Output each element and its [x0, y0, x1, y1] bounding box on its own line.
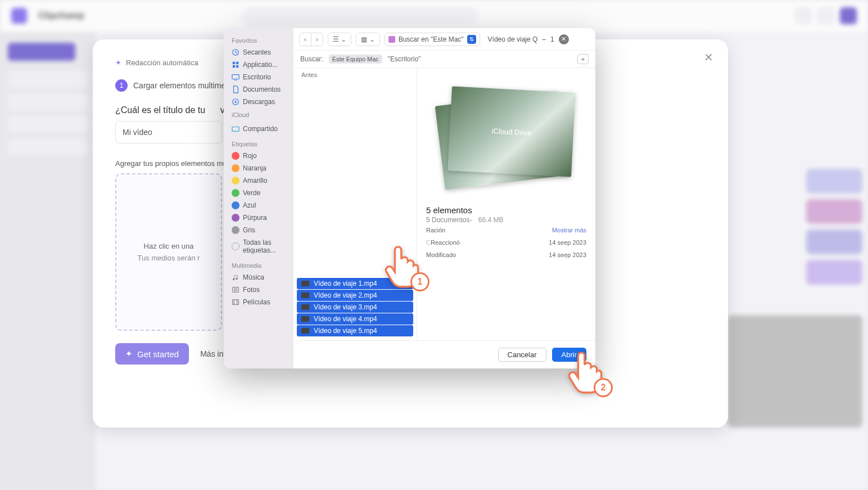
- add-criteria-button[interactable]: ＋: [577, 54, 589, 64]
- sidebar-item-documentos[interactable]: Documentos: [228, 83, 289, 96]
- video-file-icon: [301, 316, 309, 322]
- file-row[interactable]: Vídeo de viaje 1.mp4: [297, 278, 413, 289]
- sidebar-heading-tags: Etiquetas: [232, 141, 289, 147]
- preview-info-row: Modificado14 seep 2023: [426, 249, 586, 261]
- svg-point-9: [234, 289, 237, 291]
- back-button[interactable]: ‹: [300, 33, 311, 46]
- svg-rect-8: [233, 287, 239, 293]
- preview-title: 5 elementos: [426, 205, 586, 215]
- file-row[interactable]: Vídeo de viaje 3.mp4: [297, 302, 413, 313]
- scope-this-mac[interactable]: Este Equipo Mac: [329, 55, 382, 64]
- finder-open-dialog: Favoritos SecantesApplicatio...Escritori…: [224, 28, 595, 368]
- step-badge: 1: [115, 79, 128, 92]
- video-file-icon: [301, 281, 309, 286]
- tag-dot-icon: [232, 214, 239, 222]
- group-icon[interactable]: ▦ ⌄: [356, 33, 379, 46]
- tag-dot-icon: [232, 152, 239, 160]
- file-list: Antes Vídeo de viaje 1.mp4Vídeo de viaje…: [293, 68, 417, 340]
- sidebar-media-música[interactable]: Música: [228, 271, 289, 284]
- list-group-header: Antes: [293, 68, 417, 82]
- sidebar-heading-favorites: Favoritos: [232, 37, 289, 44]
- video-file-icon: [301, 293, 309, 298]
- sidebar-tag[interactable]: Verde: [228, 187, 289, 199]
- group-segment[interactable]: ▦ ⌄: [356, 33, 379, 46]
- sidebar-item-shared[interactable]: Compartido: [228, 123, 289, 135]
- preview-size: 66.4 MB: [478, 216, 504, 224]
- chevron-updown-icon: ⇅: [467, 35, 476, 44]
- sidebar-tag[interactable]: Todas las etiquetas...: [228, 236, 289, 257]
- sidebar-item-applicatio...[interactable]: Applicatio...: [228, 59, 289, 71]
- svg-rect-7: [232, 127, 239, 132]
- dialog-button-bar: Cancelar Abrir: [293, 340, 595, 368]
- cancel-button[interactable]: Cancelar: [498, 348, 546, 362]
- preview-thumbnail-stack: iCloud Drive: [436, 82, 577, 194]
- video-file-icon: [301, 304, 309, 310]
- step-label: Cargar elementos multimedia: [133, 81, 236, 90]
- sidebar-tag[interactable]: Naranja: [228, 162, 289, 174]
- svg-rect-3: [233, 65, 235, 68]
- tag-dot-icon: [232, 226, 239, 234]
- search-query-text: Vídeo de viaje Q: [488, 35, 538, 43]
- finder-sidebar: Favoritos SecantesApplicatio...Escritori…: [224, 28, 293, 368]
- tag-dot-icon: [232, 177, 239, 185]
- video-title-input[interactable]: [115, 121, 222, 143]
- file-row[interactable]: Vídeo de viaje 4.mp4: [297, 313, 413, 325]
- sidebar-tag[interactable]: Amarillo: [228, 174, 289, 187]
- tag-dot-icon: [232, 164, 239, 172]
- view-mode-segment[interactable]: ☰ ⌄: [328, 33, 351, 46]
- scope-desktop[interactable]: "Escritorio": [388, 55, 421, 63]
- video-file-icon: [301, 328, 309, 334]
- media-dropzone[interactable]: Haz clic en una Tus medios serán r: [115, 173, 222, 331]
- svg-rect-5: [232, 75, 239, 79]
- close-icon[interactable]: ✕: [704, 51, 713, 64]
- open-button[interactable]: Abrir: [552, 348, 586, 362]
- search-label: Buscar:: [300, 55, 323, 63]
- file-row[interactable]: Vídeo de viaje 5.mp4: [297, 325, 413, 336]
- get-started-button[interactable]: ✦Get started: [115, 343, 189, 365]
- nav-back-forward[interactable]: ‹ ›: [299, 33, 323, 46]
- file-row[interactable]: Vídeo de viaje 2.mp4: [297, 290, 413, 301]
- folder-color-icon: [388, 36, 395, 43]
- sidebar-tag[interactable]: Rojo: [228, 150, 289, 162]
- view-columns-icon[interactable]: ☰ ⌄: [328, 33, 351, 46]
- svg-rect-2: [236, 62, 238, 64]
- svg-rect-10: [233, 300, 239, 305]
- location-dropdown[interactable]: Buscar en "Este Mac" ⇅: [385, 33, 480, 46]
- finder-toolbar: ‹ › ☰ ⌄ ▦ ⌄ Buscar en "Este Mac" ⇅ Vídeo…: [293, 28, 595, 51]
- tag-dot-icon: [232, 189, 239, 197]
- sidebar-tag[interactable]: Gris: [228, 224, 289, 236]
- preview-info-row: CReaccionó14 seep 2023: [426, 236, 586, 249]
- sparkle-icon: ✦: [115, 59, 121, 67]
- sidebar-item-secantes[interactable]: Secantes: [228, 46, 289, 59]
- sparkle-icon: ✦: [125, 349, 133, 359]
- show-more-link[interactable]: Mostrar más: [552, 227, 586, 233]
- svg-rect-4: [236, 65, 238, 68]
- preview-pane: iCloud Drive 5 elementos 5 Documentos- 6…: [417, 68, 595, 340]
- question-text: ¿Cuál es el título de tu: [115, 105, 205, 115]
- sidebar-heading-media: Multimedia: [232, 262, 289, 269]
- search-count: 1: [550, 35, 554, 43]
- tag-dot-icon: [232, 201, 239, 209]
- sidebar-heading-icloud: iCloud: [232, 111, 289, 118]
- search-scope-bar: Buscar: Este Equipo Mac "Escritorio" ＋: [293, 51, 595, 68]
- sidebar-tag[interactable]: Púrpura: [228, 212, 289, 224]
- sidebar-item-escritorio[interactable]: Escritorio: [228, 71, 289, 83]
- clear-search-icon[interactable]: ✕: [559, 34, 569, 44]
- sidebar-tag[interactable]: Azul: [228, 199, 289, 212]
- forward-button[interactable]: ›: [311, 33, 323, 46]
- sidebar-item-descargas[interactable]: Descargas: [228, 96, 289, 108]
- folder-shared-icon: [232, 125, 239, 133]
- svg-rect-1: [233, 62, 235, 64]
- sidebar-media-películas[interactable]: Películas: [228, 296, 289, 308]
- sidebar-media-fotos[interactable]: Fotos: [228, 284, 289, 296]
- tag-all-icon: [232, 242, 239, 250]
- ai-label: Redacción automática: [126, 59, 198, 67]
